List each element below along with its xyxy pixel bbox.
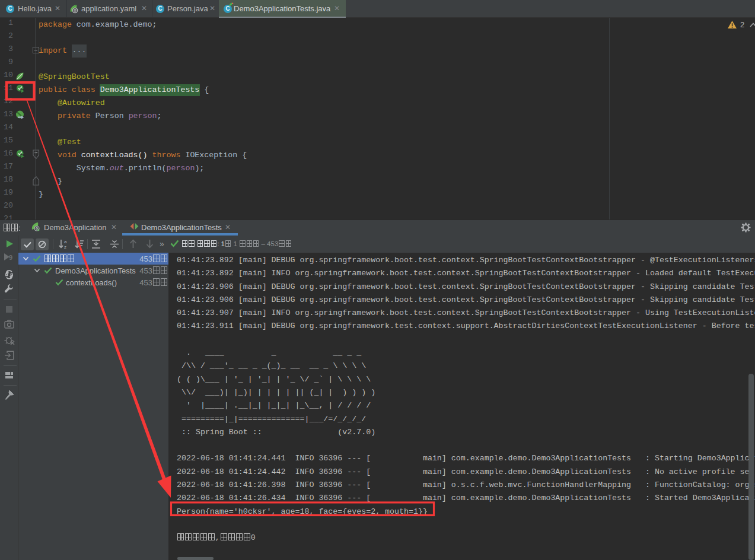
svg-text:9: 9 bbox=[9, 254, 12, 261]
svg-text:z: z bbox=[64, 244, 66, 250]
svg-text:a: a bbox=[64, 239, 67, 244]
